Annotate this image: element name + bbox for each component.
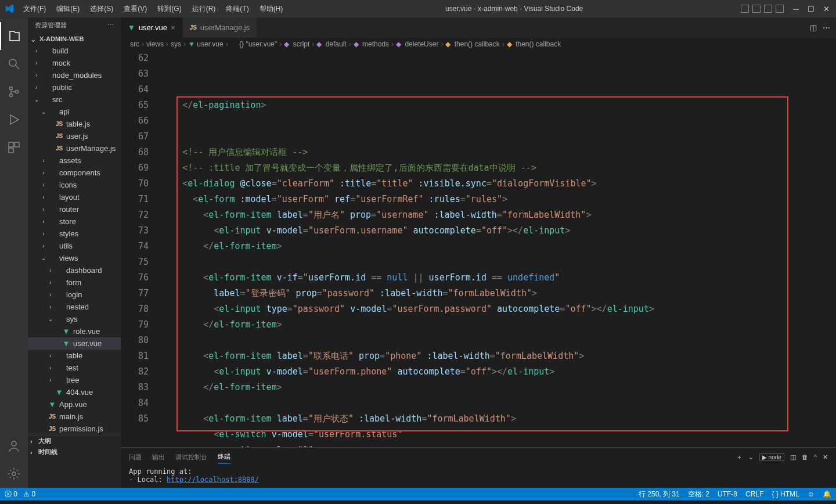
file-item[interactable]: JSmain.js (28, 411, 121, 423)
accounts-icon[interactable] (0, 432, 28, 460)
split-editor-icon[interactable]: ◫ (810, 23, 817, 32)
code-content[interactable]: </el-pagination> <!-- 用户信息编辑对话框 --> <!--… (161, 51, 836, 447)
code-line[interactable]: <el-input v-model="userForm.phone" autoc… (161, 364, 836, 380)
terminal-output[interactable]: App running at: - Local: http://localhos… (121, 466, 836, 485)
file-item[interactable]: JStable.js (28, 118, 121, 130)
file-item[interactable]: ▼user.vue (28, 337, 121, 350)
more-actions-icon[interactable]: ⋯ (823, 23, 830, 32)
code-line[interactable]: </el-pagination> (161, 98, 836, 113)
source-control-icon[interactable] (0, 78, 28, 106)
folder-item[interactable]: styles (28, 228, 121, 240)
menu-item[interactable]: 终端(T) (221, 2, 253, 16)
code-line[interactable]: </el-form-item> (161, 239, 836, 254)
editor-tab[interactable]: JSuserManage.js (183, 17, 258, 38)
folder-item[interactable]: form (28, 276, 121, 289)
settings-gear-icon[interactable] (0, 460, 28, 488)
breadcrumb-item[interactable]: ◆ default (316, 40, 346, 48)
folder-item[interactable]: store (28, 215, 121, 228)
folder-item[interactable]: utils (28, 240, 121, 252)
breadcrumb-item[interactable]: src (130, 40, 139, 48)
close-panel-icon[interactable]: ✕ (823, 453, 828, 461)
breadcrumb-item[interactable]: {} "user.vue" (230, 40, 278, 48)
code-line[interactable]: <el-form :model="userForm" ref="userForm… (161, 192, 836, 207)
code-line[interactable] (161, 113, 836, 129)
folder-item[interactable]: components (28, 167, 121, 179)
folder-item[interactable]: nested (28, 301, 121, 313)
maximize-panel-icon[interactable]: ^ (814, 453, 817, 460)
explorer-icon[interactable] (0, 22, 28, 50)
menu-item[interactable]: 转到(G) (153, 2, 186, 16)
more-icon[interactable]: ⋯ (107, 21, 114, 29)
menu-item[interactable]: 帮助(H) (255, 2, 288, 16)
notifications-icon[interactable]: 🔔 (823, 490, 831, 498)
terminal-dropdown-icon[interactable]: ⌄ (748, 453, 754, 461)
run-debug-icon[interactable] (0, 106, 28, 134)
code-line[interactable]: <el-form-item label="用户名" prop="username… (161, 207, 836, 223)
folder-item[interactable]: views (28, 252, 121, 264)
breadcrumb-item[interactable]: ◆ deleteUser (396, 40, 438, 48)
breadcrumb-item[interactable]: sys (171, 40, 181, 48)
new-terminal-icon[interactable]: ＋ (736, 453, 743, 462)
breadcrumb-item[interactable]: ◆ script (284, 40, 309, 48)
toggle-panel-icon[interactable] (752, 5, 761, 13)
file-item[interactable]: ▼404.vue (28, 386, 121, 398)
maximize-button[interactable]: ☐ (806, 5, 816, 13)
minimize-button[interactable]: ─ (791, 5, 801, 13)
folder-item[interactable]: test (28, 362, 121, 374)
indentation[interactable]: 空格: 2 (688, 489, 709, 499)
breadcrumb-item[interactable]: views (146, 40, 164, 48)
project-name[interactable]: X-ADMIN-WEB (37, 34, 86, 44)
folder-item[interactable]: login (28, 289, 121, 301)
toggle-primary-sidebar-icon[interactable] (741, 5, 749, 13)
file-item[interactable]: ▼App.vue (28, 398, 121, 411)
panel-tab[interactable]: 问题 (129, 451, 142, 464)
folder-item[interactable]: router (28, 203, 121, 215)
kill-terminal-icon[interactable]: 🗑 (802, 453, 808, 460)
encoding[interactable]: UTF-8 (718, 490, 737, 498)
code-line[interactable]: <el-form-item v-if="userForm.id == null … (161, 270, 836, 286)
folder-item[interactable]: src (28, 93, 121, 106)
code-line[interactable] (161, 395, 836, 411)
toggle-secondary-sidebar-icon[interactable] (764, 5, 772, 13)
code-line[interactable]: <el-switch v-model="userForm.status" (161, 427, 836, 442)
code-line[interactable] (161, 129, 836, 145)
folder-item[interactable]: sys (28, 313, 121, 325)
feedback-icon[interactable]: ☺ (808, 490, 815, 498)
menu-item[interactable]: 选择(S) (85, 2, 118, 16)
eol[interactable]: CRLF (745, 490, 763, 498)
menu-item[interactable]: 文件(F) (19, 2, 51, 16)
code-line[interactable]: label="登录密码" prop="password" :label-widt… (161, 286, 836, 301)
code-line[interactable]: <el-input v-model="userForm.username" au… (161, 223, 836, 239)
folder-item[interactable]: mock (28, 57, 121, 69)
split-terminal-icon[interactable]: ◫ (790, 453, 796, 461)
folder-item[interactable]: dashboard (28, 264, 121, 276)
breadcrumb-item[interactable]: ◆ then() callback (445, 40, 499, 48)
folder-item[interactable]: build (28, 45, 121, 57)
language-mode[interactable]: { } HTML (772, 490, 799, 498)
breadcrumb-item[interactable]: ◆ methods (354, 40, 389, 48)
code-line[interactable]: <!-- :title 加了冒号就变成一个变量，属性绑定了,后面的东西需要在da… (161, 160, 836, 176)
code-line[interactable]: <el-form-item label="联系电话" prop="phone" … (161, 348, 836, 364)
file-item[interactable]: JSuser.js (28, 130, 121, 142)
code-line[interactable] (161, 333, 836, 348)
folder-item[interactable]: layout (28, 191, 121, 203)
search-icon[interactable] (0, 50, 28, 78)
code-line[interactable]: <el-form-item label="用户状态" :label-width=… (161, 411, 836, 427)
extensions-icon[interactable] (0, 134, 28, 161)
code-line[interactable]: <el-input type="password" v-model="userF… (161, 301, 836, 317)
timeline-section[interactable]: 时间线 (28, 447, 121, 458)
file-item[interactable]: JSuserManage.js (28, 142, 121, 154)
breadcrumb-item[interactable]: ◆ then() callback (507, 40, 561, 48)
code-line[interactable]: </el-form-item> (161, 317, 836, 333)
breadcrumb-item[interactable]: ▼ user.vue (188, 40, 224, 48)
menu-item[interactable]: 编辑(E) (52, 2, 84, 16)
outline-section[interactable]: 大纲 (28, 435, 121, 447)
folder-item[interactable]: api (28, 106, 121, 118)
panel-tab[interactable]: 输出 (152, 451, 165, 464)
terminal-type-badge[interactable]: ▶ node (759, 453, 784, 461)
folder-item[interactable]: table (28, 350, 121, 362)
cursor-position[interactable]: 行 250, 列 31 (639, 489, 680, 499)
close-button[interactable]: ✕ (821, 5, 831, 13)
code-line[interactable]: <el-dialog @close="clearForm" :title="ti… (161, 176, 836, 192)
code-line[interactable]: :active-value="1" (161, 442, 836, 447)
